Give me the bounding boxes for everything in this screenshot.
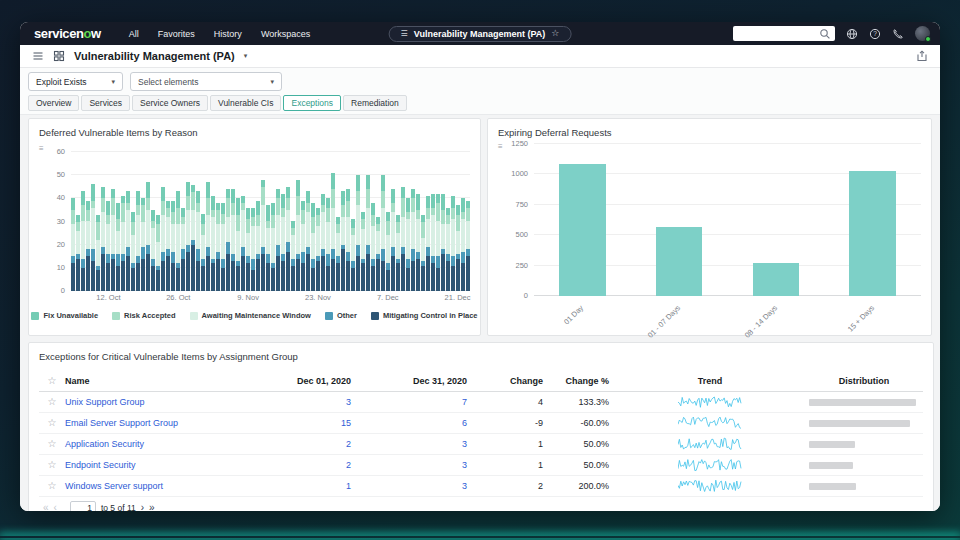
prev-page-button[interactable]: ‹ <box>54 503 57 511</box>
exploit-exists-dropdown[interactable]: Exploit Exists ▾ <box>28 72 123 91</box>
column-header-dec-01-2020[interactable]: Dec 01, 2020 <box>265 376 357 386</box>
stacked-bar[interactable] <box>356 175 360 291</box>
row-favorite-star-icon[interactable]: ☆ <box>39 460 65 470</box>
stacked-bar[interactable] <box>316 208 320 291</box>
tab-vulnerable-cis[interactable]: Vulnerable CIs <box>210 95 281 111</box>
stacked-bar[interactable] <box>131 212 135 291</box>
stacked-bar[interactable] <box>436 194 440 291</box>
stacked-bar[interactable] <box>296 180 300 291</box>
stacked-bar[interactable] <box>216 203 220 291</box>
row-favorite-star-icon[interactable]: ☆ <box>39 397 65 407</box>
stacked-bar[interactable] <box>166 201 170 291</box>
stacked-bar[interactable] <box>186 182 190 291</box>
title-dropdown-caret[interactable]: ▾ <box>244 52 248 60</box>
stacked-bar[interactable] <box>176 191 180 291</box>
dec01-value[interactable]: 15 <box>265 418 357 428</box>
stacked-bar[interactable] <box>276 189 280 291</box>
dec31-value[interactable]: 3 <box>357 460 473 470</box>
stacked-bar[interactable] <box>466 201 470 291</box>
stacked-bar[interactable] <box>241 196 245 291</box>
stacked-bar[interactable] <box>236 198 240 291</box>
dec01-value[interactable]: 2 <box>265 439 357 449</box>
stacked-bar[interactable] <box>171 201 175 291</box>
stacked-bar[interactable] <box>181 208 185 291</box>
bar-01-day[interactable] <box>559 164 605 297</box>
stacked-bar[interactable] <box>351 219 355 291</box>
column-header-dec-31-2020[interactable]: Dec 31, 2020 <box>357 376 473 386</box>
user-avatar[interactable] <box>915 26 930 41</box>
share-export-icon[interactable] <box>916 50 928 62</box>
last-page-button[interactable]: » <box>149 503 155 511</box>
stacked-bar[interactable] <box>281 194 285 291</box>
stacked-bar[interactable] <box>446 208 450 291</box>
page-number-input[interactable] <box>70 501 96 511</box>
stacked-bar[interactable] <box>326 198 330 291</box>
stacked-bar[interactable] <box>416 194 420 291</box>
select-elements-dropdown[interactable]: Select elements ▾ <box>130 72 282 91</box>
nav-item-history[interactable]: History <box>214 29 242 39</box>
dec31-value[interactable]: 7 <box>357 397 473 407</box>
stacked-bar[interactable] <box>251 208 255 291</box>
current-page-pill[interactable]: ☰ Vulnerability Management (PA) ☆ <box>389 26 572 42</box>
tab-service-owners[interactable]: Service Owners <box>132 95 208 111</box>
column-header-change-[interactable]: Change % <box>549 376 615 386</box>
stacked-bar[interactable] <box>71 198 75 291</box>
stacked-bar[interactable] <box>201 214 205 291</box>
stacked-bar[interactable] <box>291 221 295 291</box>
stacked-bar[interactable] <box>261 180 265 291</box>
stacked-bar[interactable] <box>396 215 400 291</box>
next-page-button[interactable]: › <box>141 503 144 511</box>
dec31-value[interactable]: 6 <box>357 418 473 428</box>
tab-services[interactable]: Services <box>81 95 130 111</box>
dec01-value[interactable]: 3 <box>265 397 357 407</box>
stacked-bar[interactable] <box>196 191 200 291</box>
legend-item-mitigating-control-in-place[interactable]: Mitigating Control in Place <box>371 311 478 320</box>
dec31-value[interactable]: 3 <box>357 481 473 491</box>
stacked-bar[interactable] <box>346 189 350 291</box>
nav-item-all[interactable]: All <box>129 29 139 39</box>
assignment-group-link[interactable]: Application Security <box>65 439 265 449</box>
stacked-bar[interactable] <box>141 198 145 291</box>
dec01-value[interactable]: 2 <box>265 460 357 470</box>
stacked-bar[interactable] <box>136 191 140 291</box>
stacked-bar[interactable] <box>421 215 425 291</box>
bar-08-14-days[interactable] <box>753 263 799 296</box>
stacked-bar[interactable] <box>91 184 95 291</box>
stacked-bar[interactable] <box>286 187 290 291</box>
stacked-bar[interactable] <box>191 185 195 291</box>
stacked-bar[interactable] <box>111 189 115 291</box>
bar-01-07-days[interactable] <box>656 227 702 296</box>
legend-item-other[interactable]: Other <box>325 311 357 320</box>
nav-item-workspaces[interactable]: Workspaces <box>261 29 310 39</box>
column-header-name[interactable]: Name <box>65 376 265 386</box>
stacked-bar[interactable] <box>426 196 430 291</box>
legend-item-awaiting-maintenance-window[interactable]: Awaiting Maintenance Window <box>190 311 311 320</box>
stacked-bar[interactable] <box>221 203 225 291</box>
dec31-value[interactable]: 3 <box>357 439 473 449</box>
stacked-bar[interactable] <box>101 187 105 291</box>
legend-item-risk-accepted[interactable]: Risk Accepted <box>112 311 175 320</box>
stacked-bar[interactable] <box>451 196 455 291</box>
bar-15-days[interactable] <box>849 171 895 296</box>
stacked-bar[interactable] <box>311 203 315 291</box>
stacked-bar[interactable] <box>381 175 385 291</box>
stacked-bar[interactable] <box>401 187 405 291</box>
column-header-distribution[interactable]: Distribution <box>805 376 923 386</box>
stacked-bar[interactable] <box>266 205 270 291</box>
globe-icon[interactable] <box>846 28 858 40</box>
tab-exceptions[interactable]: Exceptions <box>283 95 341 111</box>
stacked-bar[interactable] <box>121 196 125 291</box>
stacked-bar[interactable] <box>336 217 340 291</box>
stacked-bar[interactable] <box>231 189 235 291</box>
stacked-bar[interactable] <box>371 203 375 291</box>
tab-overview[interactable]: Overview <box>28 95 79 111</box>
phone-icon[interactable] <box>892 28 904 40</box>
nav-item-favorites[interactable]: Favorites <box>158 29 195 39</box>
stacked-bar[interactable] <box>376 217 380 291</box>
hamburger-menu-icon[interactable] <box>32 50 44 62</box>
stacked-bar[interactable] <box>461 198 465 291</box>
row-favorite-star-icon[interactable]: ☆ <box>39 481 65 491</box>
stacked-bar[interactable] <box>386 212 390 291</box>
dashboard-grid-icon[interactable] <box>53 50 65 62</box>
legend-item-fix-unavailable[interactable]: Fix Unavailable <box>31 311 98 320</box>
